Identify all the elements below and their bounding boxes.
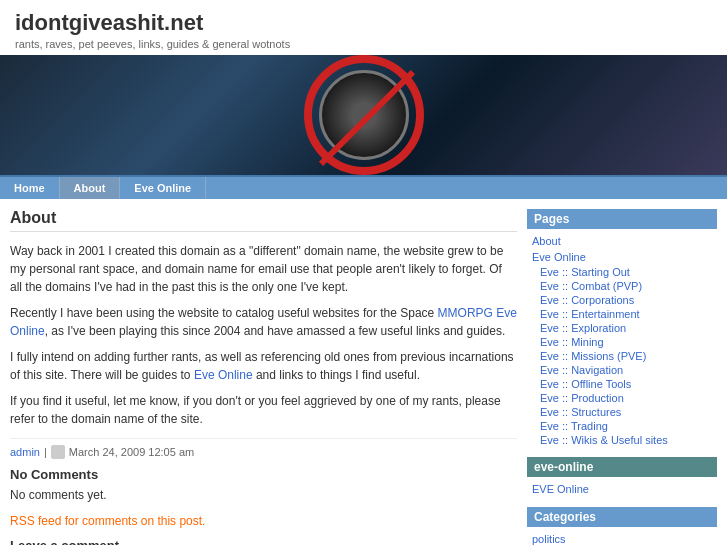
eve-online-link[interactable]: EVE Online [532, 483, 589, 495]
site-title: idontgiveashit.net [15, 10, 712, 36]
list-item: Eve :: Trading [527, 419, 717, 433]
list-item: Eve :: Exploration [527, 321, 717, 335]
page-link-trading[interactable]: Eve :: Trading [532, 420, 712, 432]
about-para-4: If you find it useful, let me know, if y… [10, 392, 517, 428]
nav-item-about[interactable]: About [60, 177, 121, 199]
sidebar-pages-title: Pages [527, 209, 717, 229]
list-item: Eve :: Missions (PVE) [527, 349, 717, 363]
sidebar-pages-list: About Eve Online Eve :: Starting Out Eve… [527, 233, 717, 447]
list-item: Eve :: Production [527, 391, 717, 405]
page-link-mining[interactable]: Eve :: Mining [532, 336, 712, 348]
list-item: Eve :: Corporations [527, 293, 717, 307]
list-item: Eve :: Entertainment [527, 307, 717, 321]
nav-item-eve-online[interactable]: Eve Online [120, 177, 206, 199]
mmorpg-eve-link[interactable]: MMORPG Eve Online [10, 306, 517, 338]
eve-online-link[interactable]: Eve Online [194, 368, 253, 382]
sidebar: Pages About Eve Online Eve :: Starting O… [527, 209, 717, 545]
user-icon [51, 445, 65, 459]
page-link-entertainment[interactable]: Eve :: Entertainment [532, 308, 712, 320]
comments-title: No Comments [10, 467, 517, 482]
page-link-structures[interactable]: Eve :: Structures [532, 406, 712, 418]
sidebar-categories-list: politics rant Uncategorized [527, 531, 717, 545]
page-link-starting-out[interactable]: Eve :: Starting Out [532, 266, 712, 278]
list-item: EVE Online [527, 481, 717, 497]
banner-image [0, 55, 727, 175]
leave-comment-title: Leave a comment [10, 538, 517, 545]
no-comments-text: No comments yet. [10, 486, 517, 504]
site-tagline: rants, raves, pet peeves, links, guides … [15, 38, 712, 50]
sidebar-categories-title: Categories [527, 507, 717, 527]
meta-separator: | [44, 446, 47, 458]
about-para-3: I fully intend on adding further rants, … [10, 348, 517, 384]
comments-section: No Comments No comments yet. RSS feed fo… [10, 467, 517, 530]
list-item: Eve :: Mining [527, 335, 717, 349]
post-date: March 24, 2009 12:05 am [69, 446, 194, 458]
sidebar-eve-online-list: EVE Online [527, 481, 717, 497]
page-link-navigation[interactable]: Eve :: Navigation [532, 364, 712, 376]
leave-comment-section: Leave a comment You must be logged in to… [10, 538, 517, 545]
sidebar-pages: Pages About Eve Online Eve :: Starting O… [527, 209, 717, 447]
about-para-1: Way back in 2001 I created this domain a… [10, 242, 517, 296]
list-item: Eve :: Starting Out [527, 265, 717, 279]
page-title: About [10, 209, 517, 232]
page-link-wikis[interactable]: Eve :: Wikis & Useful sites [532, 434, 712, 446]
list-item: Eve Online [527, 249, 717, 265]
list-item: Eve :: Offline Tools [527, 377, 717, 391]
page-link-about[interactable]: About [532, 235, 561, 247]
list-item: Eve :: Wikis & Useful sites [527, 433, 717, 447]
list-item: politics [527, 531, 717, 545]
comments-rss-link[interactable]: RSS feed for comments on this post. [10, 514, 205, 528]
list-item: Eve :: Navigation [527, 363, 717, 377]
post-meta: admin | March 24, 2009 12:05 am [10, 438, 517, 459]
nav-item-home[interactable]: Home [0, 177, 60, 199]
page-link-production[interactable]: Eve :: Production [532, 392, 712, 404]
page-link-eve[interactable]: Eve Online [532, 251, 586, 263]
page-link-missions[interactable]: Eve :: Missions (PVE) [532, 350, 712, 362]
page-link-combat[interactable]: Eve :: Combat (PVP) [532, 280, 712, 292]
author-link[interactable]: admin [10, 446, 40, 458]
list-item: About [527, 233, 717, 249]
sidebar-categories: Categories politics rant Uncategorized [527, 507, 717, 545]
about-para-2: Recently I have been using the website t… [10, 304, 517, 340]
page-link-exploration[interactable]: Eve :: Exploration [532, 322, 712, 334]
list-item: Eve :: Structures [527, 405, 717, 419]
main-content: About Way back in 2001 I created this do… [10, 209, 517, 545]
sidebar-eve-online: eve-online EVE Online [527, 457, 717, 497]
sidebar-eve-online-title: eve-online [527, 457, 717, 477]
cat-politics[interactable]: politics [532, 533, 566, 545]
page-link-offline-tools[interactable]: Eve :: Offline Tools [532, 378, 712, 390]
list-item: Eve :: Combat (PVP) [527, 279, 717, 293]
main-nav: Home About Eve Online [0, 175, 727, 199]
page-link-corps[interactable]: Eve :: Corporations [532, 294, 712, 306]
